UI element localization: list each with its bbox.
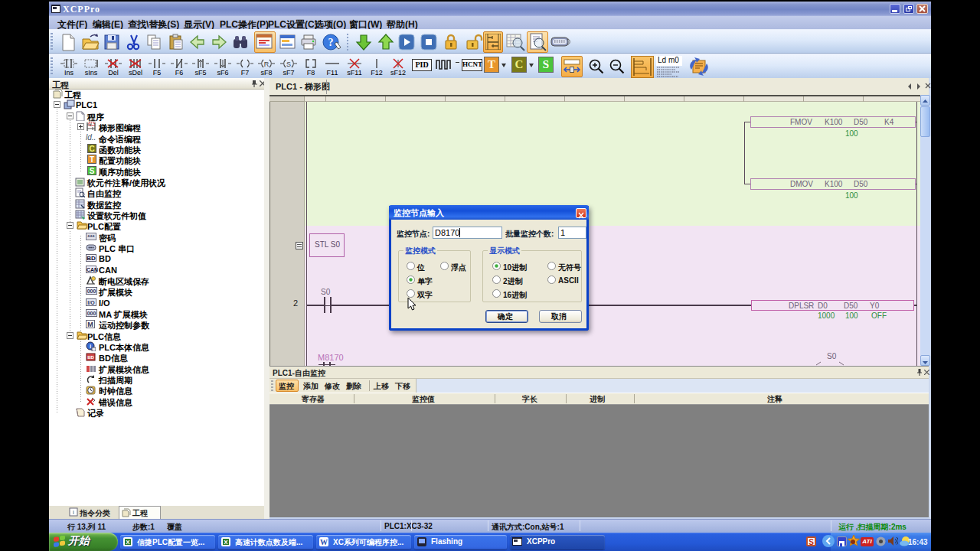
svg-text:?: ? [328, 37, 334, 48]
svg-text:i: i [90, 343, 91, 350]
svg-text:W: W [320, 538, 328, 546]
svg-text:R: R [264, 60, 270, 68]
svg-text:S: S [286, 60, 291, 68]
svg-text:i: i [73, 509, 74, 516]
svg-text:X: X [126, 539, 130, 546]
svg-text:X: X [224, 539, 228, 546]
svg-text:BD: BD [87, 355, 94, 360]
